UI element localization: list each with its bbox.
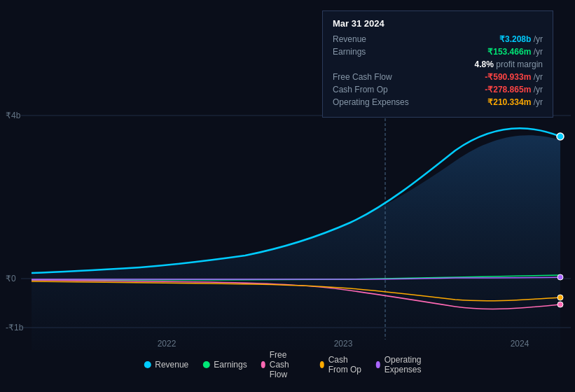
- svg-point-7: [557, 295, 563, 300]
- svg-point-8: [557, 274, 563, 280]
- y-axis-bottom: -₹1b: [6, 323, 23, 332]
- tooltip-revenue-row: Revenue ₹3.208b /yr: [333, 34, 543, 44]
- tooltip-cashop-row: Cash From Op -₹278.865m /yr: [333, 85, 543, 94]
- legend-label-cashop: Cash From Op: [328, 355, 362, 374]
- legend-dot-cashop: [320, 361, 324, 368]
- legend-opex[interactable]: Operating Expenses: [376, 355, 431, 374]
- legend-dot-revenue: [144, 361, 151, 368]
- legend-cashop[interactable]: Cash From Op: [320, 355, 362, 374]
- legend-dot-earnings: [202, 361, 209, 368]
- y-axis-mid: ₹0: [6, 274, 16, 284]
- tooltip-fcf-value: -₹590.933m /yr: [485, 72, 543, 82]
- tooltip-margin-row: 4.8% profit margin: [333, 59, 543, 69]
- legend-label-opex: Operating Expenses: [385, 355, 431, 374]
- chart-container: ₹4b ₹0 -₹1b 2022 2023 2024 Mar 31 2024 R…: [0, 0, 575, 392]
- legend-label-revenue: Revenue: [155, 360, 188, 370]
- tooltip-earnings-value: ₹153.466m /yr: [487, 47, 543, 57]
- legend-fcf[interactable]: Free Cash Flow: [261, 350, 306, 379]
- tooltip-earnings-row: Earnings ₹153.466m /yr: [333, 47, 543, 57]
- legend: Revenue Earnings Free Cash Flow Cash Fro…: [144, 350, 431, 379]
- x-axis-2023: 2023: [334, 339, 353, 349]
- tooltip-revenue-value: ₹3.208b /yr: [499, 34, 543, 44]
- tooltip-opex-value: ₹210.334m /yr: [487, 97, 543, 107]
- tooltip-margin: 4.8% profit margin: [475, 59, 543, 69]
- tooltip-cashop-label: Cash From Op: [333, 85, 388, 94]
- tooltip-cashop-value: -₹278.865m /yr: [485, 85, 543, 94]
- legend-label-earnings: Earnings: [214, 360, 247, 370]
- x-axis-2024: 2024: [511, 339, 529, 349]
- tooltip: Mar 31 2024 Revenue ₹3.208b /yr Earnings…: [322, 10, 553, 118]
- legend-earnings[interactable]: Earnings: [202, 360, 247, 370]
- tooltip-revenue-label: Revenue: [333, 34, 366, 44]
- tooltip-fcf-label: Free Cash Flow: [333, 72, 392, 82]
- legend-dot-fcf: [261, 361, 265, 368]
- legend-label-fcf: Free Cash Flow: [270, 350, 306, 379]
- svg-point-5: [557, 133, 564, 140]
- tooltip-fcf-row: Free Cash Flow -₹590.933m /yr: [333, 72, 543, 82]
- tooltip-opex-row: Operating Expenses ₹210.334m /yr: [333, 97, 543, 107]
- legend-revenue[interactable]: Revenue: [144, 360, 188, 370]
- x-axis-2022: 2022: [158, 339, 176, 349]
- legend-dot-opex: [376, 361, 380, 368]
- y-axis-top: ₹4b: [6, 111, 20, 120]
- tooltip-earnings-label: Earnings: [333, 47, 366, 57]
- tooltip-opex-label: Operating Expenses: [333, 97, 409, 107]
- svg-point-6: [557, 302, 563, 307]
- tooltip-date: Mar 31 2024: [333, 18, 543, 29]
